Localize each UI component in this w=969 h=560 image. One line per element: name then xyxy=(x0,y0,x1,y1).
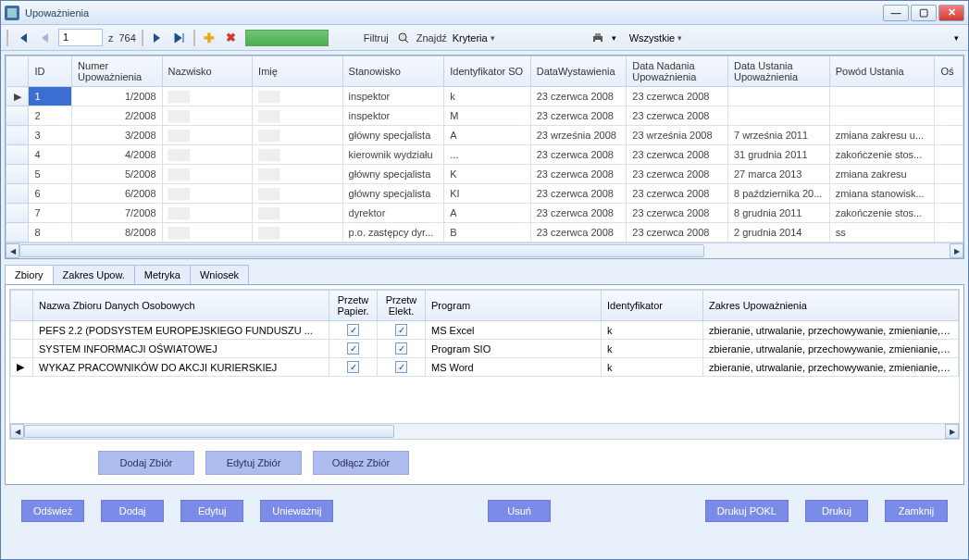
cell-du[interactable]: 8 października 20... xyxy=(728,184,830,204)
cell-id[interactable]: 4 xyxy=(29,145,72,165)
list-item[interactable]: SYSTEM INFORMACJI OŚWIATOWEJ✓✓Program SI… xyxy=(11,340,959,358)
minimize-button[interactable]: — xyxy=(883,5,909,21)
cell-imie[interactable]: ███ xyxy=(253,204,343,223)
cell-num[interactable]: 5/2008 xyxy=(72,165,163,184)
cell-os[interactable] xyxy=(935,106,963,126)
scroll-thumb[interactable] xyxy=(24,425,394,438)
scroll-right-icon[interactable]: ▶ xyxy=(945,424,959,439)
tab-zbiory[interactable]: Zbiory xyxy=(5,265,54,284)
grid-hscroll[interactable]: ◀ ▶ xyxy=(6,243,963,258)
scroll-right-icon[interactable]: ▶ xyxy=(950,243,963,258)
cell-pu[interactable]: zakończenie stos... xyxy=(829,145,935,165)
tab-wniosek[interactable]: Wniosek xyxy=(190,265,249,284)
cell-name[interactable]: SYSTEM INFORMACJI OŚWIATOWEJ xyxy=(33,340,329,358)
cell-stan[interactable]: p.o. zastępcy dyr... xyxy=(342,223,444,243)
cell-stan[interactable]: główny specjalista xyxy=(342,184,444,204)
pcol-name[interactable]: Nazwa Zbioru Danych Osobowych xyxy=(33,291,329,321)
cell-num[interactable]: 7/2008 xyxy=(72,204,163,223)
scroll-left-icon[interactable]: ◀ xyxy=(6,243,19,258)
cell-pu[interactable]: zmiana zakresu xyxy=(829,165,935,184)
cell-os[interactable] xyxy=(935,87,963,106)
print-button[interactable]: Drukuj xyxy=(805,500,868,522)
cell-pu[interactable]: zmiana stanowisk... xyxy=(829,184,935,204)
checkbox-papier[interactable]: ✓ xyxy=(329,340,378,358)
cell-pu[interactable]: ss xyxy=(829,223,935,243)
table-row[interactable]: 22/2008██████inspektorM23 czerwca 200823… xyxy=(6,106,963,126)
cell-os[interactable] xyxy=(935,184,963,204)
col-os[interactable]: Oś xyxy=(935,56,963,87)
cell-nazw[interactable]: ███ xyxy=(162,223,253,243)
cell-os[interactable] xyxy=(935,223,963,243)
col-id[interactable]: ID xyxy=(29,56,72,87)
cell-id[interactable]: 8 xyxy=(29,223,72,243)
chevron-down-icon[interactable]: ▾ xyxy=(954,33,959,43)
cell-id[interactable]: 5 xyxy=(29,165,72,184)
cell-os[interactable] xyxy=(935,204,963,223)
cell-num[interactable]: 3/2008 xyxy=(72,126,163,145)
cell-num[interactable]: 6/2008 xyxy=(72,184,163,204)
cell-id[interactable]: 3 xyxy=(29,126,72,145)
cell-ident[interactable]: A xyxy=(444,126,530,145)
cell-dn[interactable]: 23 czerwca 2008 xyxy=(627,106,728,126)
tab-zakres[interactable]: Zakres Upow. xyxy=(53,265,135,284)
cell-program[interactable]: MS Excel xyxy=(426,321,602,340)
cell-dw[interactable]: 23 czerwca 2008 xyxy=(530,184,627,204)
cell-dw[interactable]: 23 czerwca 2008 xyxy=(530,204,627,223)
cell-du[interactable]: 2 grudnia 2014 xyxy=(728,223,830,243)
table-row[interactable]: 88/2008██████p.o. zastępcy dyr...B23 cze… xyxy=(6,223,963,243)
cell-dn[interactable]: 23 czerwca 2008 xyxy=(627,223,728,243)
cell-dw[interactable]: 23 czerwca 2008 xyxy=(530,223,627,243)
pcol-ident[interactable]: Identyfikator xyxy=(602,291,703,321)
cell-imie[interactable]: ███ xyxy=(253,126,343,145)
cell-scope[interactable]: zbieranie, utrwalanie, przechowywanie, z… xyxy=(703,358,959,377)
col-stanowisko[interactable]: Stanowisko xyxy=(342,56,444,87)
cell-os[interactable] xyxy=(935,126,963,145)
cell-stan[interactable]: inspektor xyxy=(342,106,444,126)
col-powod[interactable]: Powód Ustania xyxy=(829,56,935,87)
pcol-prog[interactable]: Program xyxy=(426,291,602,321)
col-data-wyst[interactable]: DataWystawienia xyxy=(530,56,627,87)
col-nazwisko[interactable]: Nazwisko xyxy=(162,56,253,87)
cell-ident[interactable]: KI xyxy=(444,184,530,204)
invalidate-button[interactable]: Unieważnij xyxy=(260,500,333,522)
col-numer[interactable]: Numer Upoważnienia xyxy=(72,56,163,87)
cell-num[interactable]: 2/2008 xyxy=(72,106,163,126)
cell-du[interactable]: 31 grudnia 2011 xyxy=(728,145,830,165)
checkbox-elekt[interactable]: ✓ xyxy=(378,321,426,340)
cell-scope[interactable]: zbieranie, utrwalanie, przechowywanie, z… xyxy=(703,321,959,340)
col-imie[interactable]: Imię xyxy=(253,56,343,87)
cell-num[interactable]: 4/2008 xyxy=(72,145,163,165)
cell-pu[interactable]: zakończenie stos... xyxy=(829,204,935,223)
cell-scope[interactable]: zbieranie, utrwalanie, przechowywanie, z… xyxy=(703,340,959,358)
cell-dw[interactable]: 23 czerwca 2008 xyxy=(530,145,627,165)
add-button[interactable]: Dodaj xyxy=(101,500,164,522)
cell-stan[interactable]: główny specjalista xyxy=(342,126,444,145)
cell-name[interactable]: PEFS 2.2 (PODSYSTEM EUROPEJSKIEGO FUNDUS… xyxy=(33,321,329,340)
cell-stan[interactable]: inspektor xyxy=(342,87,444,106)
pcol-scope[interactable]: Zakres Upoważnienia xyxy=(703,291,959,321)
cell-ident[interactable]: k xyxy=(602,340,703,358)
panel-hscroll[interactable]: ◀ ▶ xyxy=(10,423,959,439)
cell-du[interactable]: 27 marca 2013 xyxy=(728,165,830,184)
checkbox-papier[interactable]: ✓ xyxy=(329,321,378,340)
cell-ident[interactable]: k xyxy=(444,87,530,106)
filter-button[interactable]: Filtruj xyxy=(364,32,389,44)
cell-dn[interactable]: 23 czerwca 2008 xyxy=(627,145,728,165)
cell-ident[interactable]: k xyxy=(602,358,703,377)
cell-id[interactable]: 7 xyxy=(29,204,72,223)
cell-name[interactable]: WYKAZ PRACOWNIKÓW DO AKCJI KURIERSKIEJ xyxy=(33,358,329,377)
cell-pu[interactable]: zmiana zakresu u... xyxy=(829,126,935,145)
printer-icon[interactable] xyxy=(590,30,606,46)
cell-imie[interactable]: ███ xyxy=(253,106,343,126)
close-button-bottom[interactable]: Zamknij xyxy=(885,500,948,522)
cell-id[interactable]: 2 xyxy=(29,106,72,126)
cell-nazw[interactable]: ███ xyxy=(162,106,253,126)
cell-nazw[interactable]: ███ xyxy=(162,87,253,106)
first-page-button[interactable] xyxy=(14,30,31,46)
checkbox-elekt[interactable]: ✓ xyxy=(378,340,426,358)
cell-nazw[interactable]: ███ xyxy=(162,204,253,223)
cell-du[interactable] xyxy=(728,87,830,106)
page-input[interactable]: 1 xyxy=(58,29,103,46)
close-button[interactable]: ✕ xyxy=(938,5,964,21)
cell-ident[interactable]: K xyxy=(444,165,530,184)
